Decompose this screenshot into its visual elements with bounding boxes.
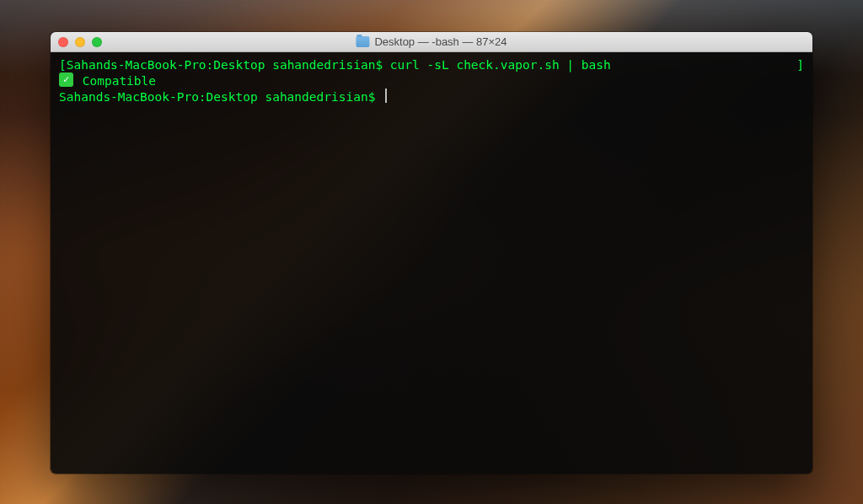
maximize-button[interactable] bbox=[92, 37, 102, 47]
close-button[interactable] bbox=[58, 37, 68, 47]
terminal-window: Desktop — -bash — 87×24 [Sahands-MacBook… bbox=[51, 32, 812, 474]
terminal-cursor bbox=[385, 88, 387, 103]
terminal-content[interactable]: [Sahands-MacBook-Pro:Desktop sahandedris… bbox=[51, 52, 812, 474]
window-controls bbox=[51, 37, 102, 47]
terminal-prompt: Sahands-MacBook-Pro:Desktop sahandedrisi… bbox=[67, 57, 390, 73]
window-title: Desktop — -bash — 87×24 bbox=[356, 35, 507, 48]
check-icon bbox=[59, 72, 73, 87]
folder-icon bbox=[356, 36, 369, 47]
terminal-line-2: Sahands-MacBook-Pro:Desktop sahandedrisi… bbox=[59, 89, 804, 105]
terminal-output-line: Compatible bbox=[59, 73, 804, 89]
terminal-prompt-2: Sahands-MacBook-Pro:Desktop sahandedrisi… bbox=[59, 89, 383, 105]
terminal-output-text: Compatible bbox=[75, 73, 156, 89]
window-title-text: Desktop — -bash — 87×24 bbox=[374, 35, 507, 48]
prompt-bracket-left: [ bbox=[59, 57, 67, 73]
terminal-command: curl -sL check.vapor.sh | bash bbox=[390, 57, 611, 73]
minimize-button[interactable] bbox=[75, 37, 85, 47]
prompt-bracket-right: ] bbox=[796, 57, 804, 73]
terminal-line-1: [Sahands-MacBook-Pro:Desktop sahandedris… bbox=[59, 57, 804, 73]
window-title-bar[interactable]: Desktop — -bash — 87×24 bbox=[51, 32, 812, 52]
